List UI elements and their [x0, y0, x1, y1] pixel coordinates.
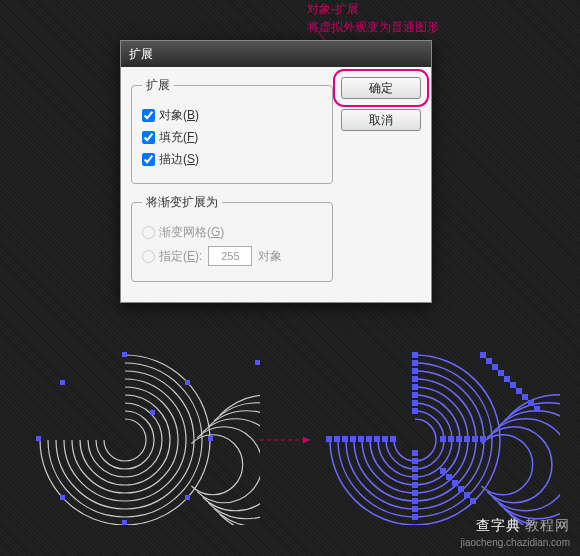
svg-rect-52: [472, 436, 478, 442]
svg-rect-10: [150, 410, 155, 415]
svg-rect-41: [498, 370, 504, 376]
svg-rect-35: [412, 498, 418, 504]
svg-rect-14: [342, 436, 348, 442]
svg-rect-33: [412, 482, 418, 488]
svg-rect-22: [412, 360, 418, 366]
svg-rect-6: [185, 380, 190, 385]
svg-rect-53: [480, 436, 486, 442]
svg-rect-58: [464, 492, 470, 498]
spiral-after-icon: [320, 350, 560, 525]
watermark: 查字典教程网 jiaocheng.chazidian.com: [460, 516, 570, 550]
svg-rect-25: [412, 384, 418, 390]
checkbox-object[interactable]: [142, 109, 155, 122]
svg-rect-43: [510, 382, 516, 388]
checkbox-fill-row[interactable]: 填充(F): [142, 129, 322, 146]
checkbox-stroke[interactable]: [142, 153, 155, 166]
svg-rect-36: [412, 506, 418, 512]
svg-rect-2: [122, 352, 127, 357]
dialog-titlebar: 扩展: [121, 41, 431, 67]
dialog-title: 扩展: [129, 47, 153, 61]
svg-rect-26: [412, 392, 418, 398]
svg-rect-34: [412, 490, 418, 496]
svg-rect-8: [185, 495, 190, 500]
svg-rect-56: [452, 480, 458, 486]
ok-button[interactable]: 确定: [341, 77, 421, 99]
svg-rect-42: [504, 376, 510, 382]
svg-rect-24: [412, 376, 418, 382]
svg-rect-4: [122, 520, 127, 525]
svg-rect-32: [412, 474, 418, 480]
annotation-line1: 对象-扩展: [307, 2, 359, 16]
radio-mesh: [142, 226, 155, 239]
svg-rect-39: [486, 358, 492, 364]
svg-rect-48: [440, 436, 446, 442]
svg-rect-13: [334, 436, 340, 442]
svg-rect-40: [492, 364, 498, 370]
checkbox-object-row[interactable]: 对象(B): [142, 107, 322, 124]
svg-rect-5: [60, 380, 65, 385]
group-gradient-legend: 将渐变扩展为: [142, 194, 222, 211]
svg-rect-27: [412, 400, 418, 406]
svg-rect-16: [358, 436, 364, 442]
svg-rect-7: [60, 495, 65, 500]
expand-dialog: 扩展 扩展 对象(B) 填充(F) 描边(S) 将渐变扩展为: [120, 40, 432, 303]
svg-rect-54: [440, 468, 446, 474]
radio-mesh-row: 渐变网格(G): [142, 224, 322, 241]
svg-rect-9: [255, 360, 260, 365]
svg-rect-30: [412, 458, 418, 464]
svg-rect-18: [374, 436, 380, 442]
svg-rect-38: [480, 352, 486, 358]
svg-rect-3: [208, 436, 213, 441]
radio-specify-row: 指定(E): 对象: [142, 246, 322, 266]
svg-rect-46: [528, 400, 534, 406]
svg-rect-55: [446, 474, 452, 480]
svg-rect-23: [412, 368, 418, 374]
cancel-button[interactable]: 取消: [341, 109, 421, 131]
group-expand: 扩展 对象(B) 填充(F) 描边(S): [131, 77, 333, 184]
svg-rect-47: [534, 406, 540, 412]
svg-rect-51: [464, 436, 470, 442]
svg-rect-49: [448, 436, 454, 442]
svg-rect-50: [456, 436, 462, 442]
svg-rect-44: [516, 388, 522, 394]
svg-rect-45: [522, 394, 528, 400]
svg-rect-12: [326, 436, 332, 442]
svg-rect-29: [412, 450, 418, 456]
checkbox-stroke-row[interactable]: 描边(S): [142, 151, 322, 168]
svg-rect-17: [366, 436, 372, 442]
group-expand-legend: 扩展: [142, 77, 174, 94]
checkbox-fill[interactable]: [142, 131, 155, 144]
transform-arrow-icon: [258, 430, 318, 450]
specify-value-input: [208, 246, 252, 266]
group-gradient: 将渐变扩展为 渐变网格(G) 指定(E): 对象: [131, 194, 333, 282]
svg-rect-31: [412, 466, 418, 472]
svg-rect-19: [382, 436, 388, 442]
svg-rect-57: [458, 486, 464, 492]
svg-rect-37: [412, 514, 418, 520]
spiral-before-icon: [30, 350, 260, 525]
svg-rect-28: [412, 408, 418, 414]
svg-rect-59: [470, 498, 476, 504]
svg-rect-15: [350, 436, 356, 442]
svg-rect-21: [412, 352, 418, 358]
svg-rect-1: [36, 436, 41, 441]
svg-rect-20: [390, 436, 396, 442]
radio-specify: [142, 250, 155, 263]
